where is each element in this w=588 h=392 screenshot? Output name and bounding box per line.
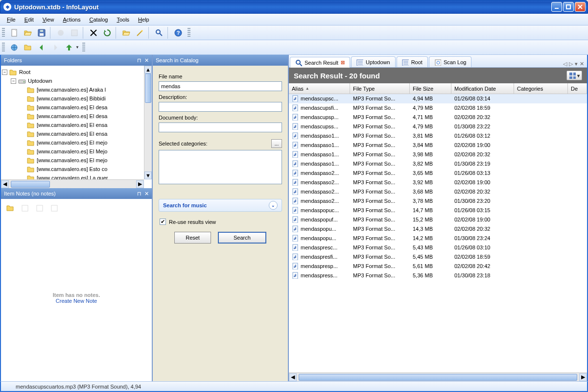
tree-item[interactable]: [www carnavalero es] La quer — [2, 173, 151, 179]
tree-drive[interactable]: −Uptodown — [2, 76, 151, 85]
tree-item[interactable]: [www.carnavalero.es] El Mejo — [2, 147, 151, 156]
results-grid[interactable]: mendascupsc...MP3 Format So...4,94 MB01/… — [289, 94, 587, 372]
result-row[interactable]: mendaspaso1...MP3 Format So...3,82 MB01/… — [289, 159, 587, 169]
column-header-de[interactable]: De — [568, 83, 587, 94]
folders-pin-button[interactable]: ⊓ — [137, 57, 141, 64]
result-row[interactable]: mendaspresp...MP3 Format So...5,61 MB02/… — [289, 262, 587, 271]
new-button[interactable] — [8, 26, 21, 39]
result-row[interactable]: mendaspopuc...MP3 Format So...14,7 MB01/… — [289, 206, 587, 215]
tab-scroll-right-button[interactable]: ▷ — [569, 61, 573, 67]
document-body-input[interactable] — [159, 122, 282, 132]
create-note-link[interactable]: Create New Note — [56, 298, 97, 304]
nav-grip-end[interactable] — [82, 43, 85, 52]
menu-help[interactable]: Help — [134, 15, 153, 24]
reset-button[interactable]: Reset — [174, 232, 211, 244]
result-row[interactable]: mendaspopu...MP3 Format So...14,2 MB01/3… — [289, 234, 587, 243]
scroll-down-button[interactable]: ▼ — [144, 172, 152, 179]
tab-search-result[interactable]: Search Result⊠ — [290, 57, 350, 68]
result-row[interactable]: mendaspaso1...MP3 Format So...3,98 MB02/… — [289, 150, 587, 159]
open-button[interactable] — [22, 26, 34, 39]
result-row[interactable]: mendaspaso2...MP3 Format So...3,68 MB02/… — [289, 187, 587, 196]
scroll-thumb-h[interactable] — [11, 181, 50, 188]
nav-dropdown-icon[interactable]: ▼ — [75, 45, 79, 49]
column-header-file-type[interactable]: File Type — [350, 83, 410, 94]
tab-close-icon[interactable]: ⊠ — [341, 60, 345, 65]
tree-vertical-scrollbar[interactable]: ▲ ▼ — [144, 66, 152, 179]
tree-item[interactable]: [www.carnavalero.es] Esto co — [2, 165, 151, 173]
help-button[interactable] — [172, 26, 185, 39]
nav-back-button[interactable] — [35, 41, 48, 54]
view-mode-button[interactable]: ▾ — [566, 71, 582, 80]
nav-grip[interactable] — [2, 43, 5, 52]
tree-root[interactable]: −Root — [2, 68, 151, 76]
tree-item[interactable]: [www.carnavalero.es] Araka l — [2, 85, 151, 94]
search-music-section[interactable]: Search for music ⌄ — [159, 199, 282, 212]
toolbar-grip-end[interactable] — [188, 28, 190, 38]
note-delete-button[interactable] — [48, 202, 61, 215]
tree-toggle[interactable]: − — [2, 70, 7, 75]
result-row[interactable]: mendascupsfi...MP3 Format So...4,79 MB02… — [289, 103, 587, 113]
tree-item[interactable]: [www.carnavalero.es] El desa — [2, 112, 151, 121]
scroll-left-button[interactable]: ◀ — [1, 180, 9, 188]
result-row[interactable]: mendaspopuf...MP3 Format So...15,2 MB02/… — [289, 215, 587, 224]
result-row[interactable]: mendaspaso2...MP3 Format So...3,78 MB01/… — [289, 196, 587, 206]
notes-pin-button[interactable]: ⊓ — [137, 191, 141, 197]
tab-uptodown[interactable]: Uptodown — [351, 56, 396, 67]
save-button[interactable] — [35, 26, 48, 39]
description-input[interactable] — [159, 102, 282, 112]
result-row[interactable]: mendaspopu...MP3 Format So...14,3 MB02/0… — [289, 224, 587, 234]
tab-scroll-left-button[interactable]: ◁ — [563, 61, 567, 67]
scroll-right-button[interactable]: ▶ — [136, 180, 144, 188]
menu-catalog[interactable]: Catalog — [85, 15, 112, 24]
notes-close-button[interactable]: ✕ — [144, 191, 149, 197]
toolbar-grip[interactable] — [2, 28, 5, 38]
result-row[interactable]: mendascupsp...MP3 Format So...4,71 MB02/… — [289, 113, 587, 122]
tab-root[interactable]: Root — [397, 56, 428, 67]
menu-edit[interactable]: Edit — [21, 15, 38, 24]
scroll-up-button[interactable]: ▲ — [144, 66, 152, 74]
nav-forward-button[interactable] — [49, 41, 62, 54]
tree-item[interactable]: [www.carnavalero.es] El desa — [2, 103, 151, 112]
note-edit-button[interactable] — [19, 202, 31, 215]
categories-listbox[interactable] — [159, 150, 282, 184]
browse-categories-button[interactable]: ... — [271, 139, 282, 148]
column-header-categories[interactable]: Categories — [514, 83, 568, 94]
tree-toggle[interactable]: − — [11, 78, 16, 84]
result-row[interactable]: mendaspaso1...MP3 Format So...3,81 MB01/… — [289, 131, 587, 141]
results-horizontal-scrollbar[interactable]: ◀ ▶ — [289, 372, 587, 381]
menu-file[interactable]: File — [3, 15, 20, 24]
menu-view[interactable]: View — [39, 15, 58, 24]
tree-item[interactable]: [www.carnavalero.es] El mejo — [2, 138, 151, 147]
window-minimize-button[interactable] — [551, 2, 562, 12]
note-new-button[interactable] — [4, 202, 17, 215]
scroll-right-button[interactable]: ▶ — [579, 373, 587, 381]
column-header-modification-date[interactable]: Modification Date — [451, 83, 514, 94]
nav-folder-button[interactable] — [22, 41, 34, 54]
tab-menu-button[interactable]: ▾ — [575, 61, 578, 67]
folder-tree[interactable]: −Root−Uptodown[www.carnavalero.es] Araka… — [1, 66, 152, 179]
file-name-input[interactable] — [159, 81, 282, 91]
scroll-thumb[interactable] — [299, 374, 577, 381]
result-row[interactable]: mendaspresc...MP3 Format So...5,43 MB01/… — [289, 243, 587, 252]
tree-item[interactable]: [www.carnavalero.es] Bibbidi — [2, 94, 151, 103]
delete-button[interactable] — [87, 26, 100, 39]
print-button[interactable] — [54, 26, 67, 39]
wand-button[interactable] — [134, 26, 146, 39]
search-button[interactable] — [153, 26, 165, 39]
result-row[interactable]: mendaspaso2...MP3 Format So...3,92 MB02/… — [289, 178, 587, 187]
result-row[interactable]: mendaspress...MP3 Format So...5,36 MB01/… — [289, 271, 587, 280]
menu-actions[interactable]: Actions — [59, 15, 84, 24]
nav-catalog-button[interactable] — [8, 41, 21, 54]
column-header-file-size[interactable]: File Size — [410, 83, 451, 94]
nav-up-button[interactable] — [63, 41, 75, 54]
tab-close-button[interactable]: ✕ — [580, 61, 584, 67]
result-row[interactable]: mendaspaso1...MP3 Format So...3,84 MB02/… — [289, 141, 587, 150]
note-copy-button[interactable] — [33, 202, 46, 215]
tree-item[interactable]: [www.carnavalero.es] El mejo — [2, 156, 151, 165]
window-maximize-button[interactable] — [563, 2, 574, 12]
tree-item[interactable]: [www.carnavalero.es] El ensa — [2, 129, 151, 138]
menu-tools[interactable]: Tools — [113, 15, 133, 24]
folders-close-button[interactable]: ✕ — [144, 57, 149, 64]
result-row[interactable]: mendaspaso2...MP3 Format So...3,65 MB01/… — [289, 169, 587, 178]
column-header-alias[interactable]: Alias▲ — [289, 83, 350, 94]
